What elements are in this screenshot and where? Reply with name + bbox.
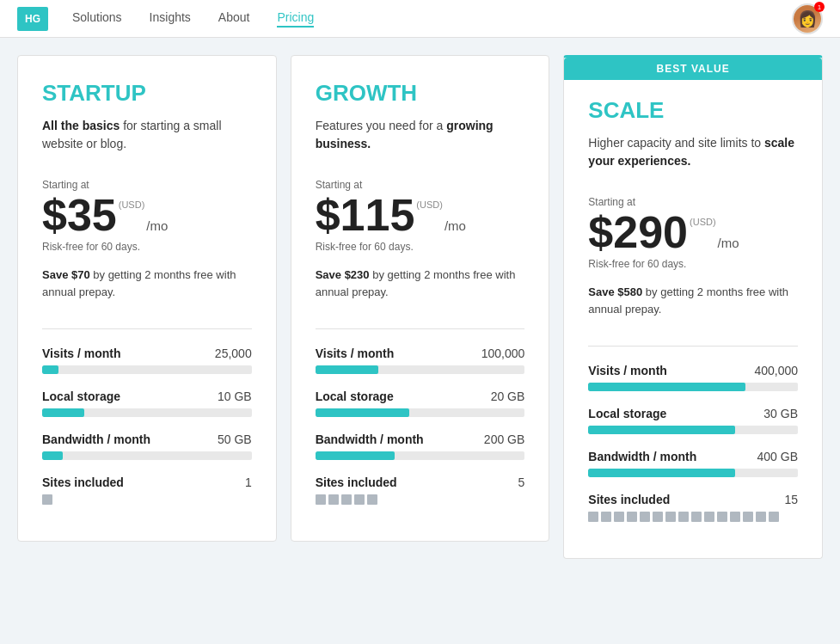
price-row-scale: $290 (USD) /mo xyxy=(588,210,798,255)
feature-label-scale-1: Local storage xyxy=(588,407,666,420)
site-square-scale-11 xyxy=(730,512,740,522)
nav-link-insights[interactable]: Insights xyxy=(150,10,191,28)
feature-item-growth-0: Visits / month 100,000 xyxy=(316,347,525,374)
starting-at-startup: Starting at xyxy=(42,179,252,191)
site-square-growth-4 xyxy=(367,494,377,505)
site-square-scale-12 xyxy=(743,512,753,522)
feature-row-scale-3: Sites included 15 xyxy=(588,493,798,506)
site-square-scale-4 xyxy=(640,512,650,522)
site-square-scale-1 xyxy=(601,512,611,522)
feature-label-scale-2: Bandwidth / month xyxy=(588,450,696,463)
feature-value-startup-1: 10 GB xyxy=(218,389,252,403)
feature-row-growth-1: Local storage 20 GB xyxy=(316,389,525,403)
nav-link-about[interactable]: About xyxy=(218,10,250,28)
price-row-growth: $115 (USD) /mo xyxy=(316,193,525,237)
progress-bar-bg-scale-1 xyxy=(588,426,798,434)
site-square-growth-2 xyxy=(341,494,352,505)
price-dollar-startup: $35 xyxy=(42,193,117,237)
feature-item-scale-3: Sites included 15 xyxy=(588,493,798,522)
save-text-scale: Save $580 by getting 2 months free with … xyxy=(588,284,798,325)
sites-squares-startup xyxy=(42,494,252,505)
feature-item-growth-2: Bandwidth / month 200 GB xyxy=(316,432,525,460)
site-square-scale-10 xyxy=(717,512,727,522)
plan-name-growth: GROWTH xyxy=(316,80,525,107)
site-square-scale-7 xyxy=(678,512,689,522)
nav-logo: HG xyxy=(17,7,48,31)
divider-growth xyxy=(316,328,525,329)
progress-bar-fill-scale-0 xyxy=(588,383,745,391)
plan-desc-growth: Features you need for a growing business… xyxy=(316,117,525,162)
price-usd-growth: (USD) xyxy=(416,199,443,210)
progress-bar-bg-growth-0 xyxy=(316,365,525,374)
price-mo-startup: /mo xyxy=(146,218,168,233)
site-square-scale-8 xyxy=(691,512,702,522)
price-dollar-scale: $290 xyxy=(588,210,688,255)
plan-card-scale: BEST VALUESCALEHigher capacity and site … xyxy=(563,55,823,559)
divider-startup xyxy=(42,328,252,329)
nav-link-pricing[interactable]: Pricing xyxy=(277,10,314,28)
feature-row-growth-2: Bandwidth / month 200 GB xyxy=(316,432,525,446)
feature-value-startup-0: 25,000 xyxy=(215,347,252,360)
site-square-scale-9 xyxy=(704,512,714,522)
progress-bar-fill-scale-2 xyxy=(588,469,735,477)
progress-bar-bg-startup-1 xyxy=(42,408,252,417)
feature-label-scale-3: Sites included xyxy=(588,493,670,506)
feature-item-growth-1: Local storage 20 GB xyxy=(316,389,525,417)
pricing-container: STARTUPAll the basics for starting a sma… xyxy=(0,38,840,576)
site-square-scale-13 xyxy=(756,512,766,522)
price-row-startup: $35 (USD) /mo xyxy=(42,193,252,237)
site-square-growth-3 xyxy=(354,494,365,505)
price-usd-startup: (USD) xyxy=(119,199,145,210)
site-square-scale-0 xyxy=(588,512,598,522)
starting-at-scale: Starting at xyxy=(588,196,798,208)
divider-scale xyxy=(588,346,798,347)
site-square-growth-0 xyxy=(316,494,326,505)
progress-bar-fill-startup-0 xyxy=(42,365,58,374)
feature-item-growth-3: Sites included 5 xyxy=(316,475,525,505)
site-square-scale-6 xyxy=(665,512,676,522)
feature-value-scale-1: 30 GB xyxy=(763,407,798,420)
progress-bar-bg-scale-0 xyxy=(588,383,798,391)
price-usd-scale: (USD) xyxy=(690,217,716,227)
progress-bar-fill-scale-1 xyxy=(588,426,735,434)
progress-bar-fill-startup-2 xyxy=(42,451,63,460)
feature-value-growth-3: 5 xyxy=(518,475,525,489)
feature-value-scale-0: 400,000 xyxy=(754,364,798,377)
feature-item-startup-2: Bandwidth / month 50 GB xyxy=(42,432,252,460)
feature-label-startup-1: Local storage xyxy=(42,389,120,403)
feature-label-scale-0: Visits / month xyxy=(588,364,667,377)
feature-value-growth-2: 200 GB xyxy=(484,432,524,446)
progress-bar-bg-growth-1 xyxy=(316,408,525,417)
save-text-growth: Save $230 by getting 2 months free with … xyxy=(316,267,525,308)
feature-item-scale-0: Visits / month 400,000 xyxy=(588,364,798,391)
sites-squares-growth xyxy=(316,494,525,505)
site-square-scale-5 xyxy=(653,512,663,522)
progress-bar-bg-growth-2 xyxy=(316,451,525,460)
feature-label-growth-1: Local storage xyxy=(316,389,394,403)
feature-label-startup-2: Bandwidth / month xyxy=(42,432,150,446)
feature-value-scale-3: 15 xyxy=(784,493,798,506)
feature-row-startup-2: Bandwidth / month 50 GB xyxy=(42,432,252,446)
progress-bar-fill-startup-1 xyxy=(42,408,84,417)
plan-card-growth: GROWTHFeatures you need for a growing bu… xyxy=(291,55,550,542)
progress-bar-fill-growth-0 xyxy=(316,365,378,374)
save-text-startup: Save $70 by getting 2 months free with a… xyxy=(42,267,252,308)
feature-row-growth-0: Visits / month 100,000 xyxy=(316,347,525,360)
feature-label-startup-3: Sites included xyxy=(42,475,124,489)
feature-value-growth-1: 20 GB xyxy=(491,389,525,403)
navbar: HG Solutions Insights About Pricing 👩 1 xyxy=(0,0,840,38)
site-square-scale-2 xyxy=(614,512,624,522)
feature-value-scale-2: 400 GB xyxy=(757,450,798,463)
feature-item-scale-2: Bandwidth / month 400 GB xyxy=(588,450,798,477)
nav-links: Solutions Insights About Pricing xyxy=(72,10,314,28)
progress-bar-bg-startup-0 xyxy=(42,365,252,374)
risk-free-startup: Risk-free for 60 days. xyxy=(42,241,252,253)
progress-bar-bg-startup-2 xyxy=(42,451,252,460)
price-mo-scale: /mo xyxy=(718,236,739,250)
feature-item-startup-1: Local storage 10 GB xyxy=(42,389,252,417)
plan-name-startup: STARTUP xyxy=(42,80,252,107)
feature-label-growth-0: Visits / month xyxy=(316,347,395,360)
site-square-scale-14 xyxy=(769,512,779,522)
nav-link-solutions[interactable]: Solutions xyxy=(72,10,122,28)
feature-value-startup-2: 50 GB xyxy=(218,432,252,446)
